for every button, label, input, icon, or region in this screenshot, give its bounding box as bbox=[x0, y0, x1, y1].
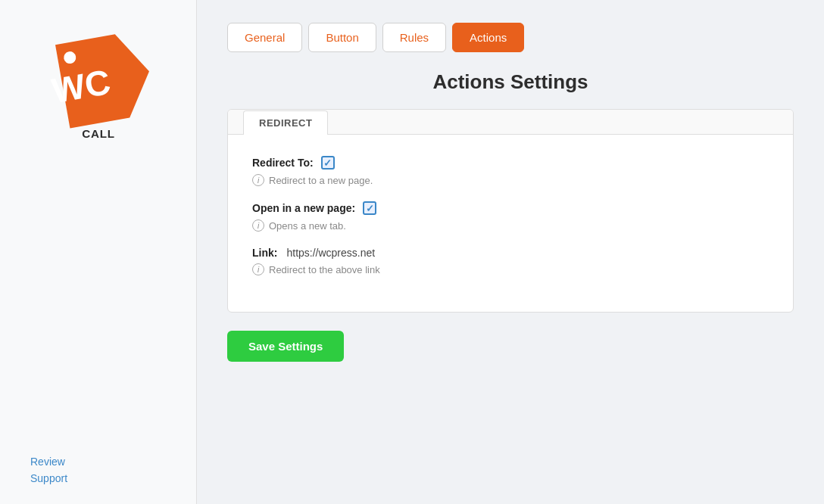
link-value: https://wcpress.net bbox=[286, 247, 375, 259]
redirect-to-hint-text: Redirect to a new page. bbox=[269, 175, 373, 186]
redirect-to-checkbox[interactable] bbox=[321, 156, 335, 170]
tab-rules[interactable]: Rules bbox=[382, 23, 446, 52]
tab-button[interactable]: Button bbox=[308, 23, 376, 52]
redirect-to-label: Redirect To: bbox=[252, 157, 314, 169]
tabs-bar: General Button Rules Actions bbox=[227, 23, 794, 52]
sidebar-link-support[interactable]: Support bbox=[30, 472, 166, 484]
tab-actions[interactable]: Actions bbox=[452, 23, 524, 52]
open-new-page-checkbox[interactable] bbox=[363, 201, 376, 215]
logo-area: WC CALL FOR PRICE bbox=[38, 23, 159, 144]
sidebar-links: Review Support bbox=[15, 456, 181, 489]
link-info-icon: i bbox=[252, 263, 264, 275]
save-settings-button[interactable]: Save Settings bbox=[227, 331, 344, 362]
link-hint: i Redirect to the above link bbox=[252, 263, 769, 275]
sidebar-link-review[interactable]: Review bbox=[30, 456, 166, 468]
svg-text:FOR: FOR bbox=[89, 142, 107, 144]
open-new-page-info-icon: i bbox=[252, 219, 264, 232]
logo-icon: WC CALL FOR PRICE bbox=[38, 23, 159, 144]
redirect-to-info-icon: i bbox=[252, 174, 264, 186]
link-row-container: Link: https://wcpress.net i Redirect to … bbox=[252, 247, 769, 275]
tab-general[interactable]: General bbox=[227, 23, 302, 52]
open-new-page-row: Open in a new page: i Opens a new tab. bbox=[252, 201, 769, 232]
main-content: General Button Rules Actions Actions Set… bbox=[197, 0, 824, 504]
sidebar: WC CALL FOR PRICE Review Support bbox=[0, 0, 197, 504]
card-body: Redirect To: i Redirect to a new page. O… bbox=[228, 135, 793, 312]
redirect-to-row: Redirect To: i Redirect to a new page. bbox=[252, 156, 769, 186]
open-new-page-hint: i Opens a new tab. bbox=[252, 219, 769, 232]
redirect-to-hint: i Redirect to a new page. bbox=[252, 174, 769, 186]
svg-text:CALL: CALL bbox=[82, 127, 115, 140]
redirect-tab-header: REDIRECT bbox=[243, 110, 328, 135]
settings-card: REDIRECT Redirect To: i Redirect to a ne… bbox=[227, 109, 794, 313]
page-title: Actions Settings bbox=[227, 70, 794, 94]
open-new-page-label: Open in a new page: bbox=[252, 202, 355, 214]
link-label: Link: bbox=[252, 247, 277, 259]
open-new-page-hint-text: Opens a new tab. bbox=[269, 220, 346, 232]
card-header-wrapper: REDIRECT bbox=[228, 110, 793, 135]
link-hint-text: Redirect to the above link bbox=[269, 264, 380, 275]
